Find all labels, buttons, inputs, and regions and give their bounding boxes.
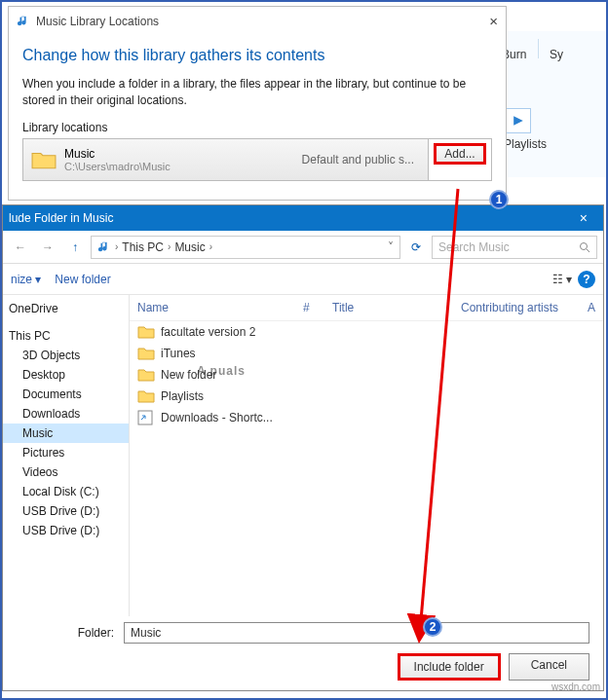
chevron-right-icon[interactable]: › (168, 241, 171, 252)
include-folder-dialog: lude Folder in Music × ← → ↑ › This PC ›… (2, 204, 604, 691)
dialog2-title: lude Folder in Music (9, 211, 113, 225)
dialog-description: When you include a folder in a library, … (22, 76, 492, 109)
tree-desktop[interactable]: Desktop (3, 365, 129, 385)
forward-button: → (36, 236, 59, 259)
chevron-right-icon[interactable]: › (115, 241, 118, 252)
annotation-badge-2: 2 (423, 617, 442, 637)
tree-3d-objects[interactable]: 3D Objects (3, 346, 129, 365)
dialog-heading: Change how this library gathers its cont… (22, 47, 492, 64)
music-note-icon (97, 240, 111, 254)
tree-videos[interactable]: Videos (3, 462, 129, 482)
view-options-button[interactable]: ☷ ▾ (552, 273, 572, 286)
location-path: C:\Users\madro\Music (64, 161, 171, 172)
ribbon: Burn Sy (490, 31, 606, 69)
location-name: Music (64, 147, 171, 161)
tree-this-pc[interactable]: This PC (3, 326, 129, 346)
list-item[interactable]: New folder (130, 364, 603, 386)
help-icon[interactable]: ? (578, 271, 595, 288)
search-input[interactable]: Search Music (432, 236, 597, 259)
organize-menu[interactable]: nize ▾ (11, 273, 41, 286)
list-item[interactable]: Playlists (130, 386, 603, 407)
tree-usb-d[interactable]: USB Drive (D:) (3, 501, 129, 521)
location-item[interactable]: Music C:\Users\madro\Music Default and p… (23, 139, 428, 180)
tree-music[interactable]: Music (3, 424, 129, 443)
dialog-title: Music Library Locations (36, 15, 159, 28)
column-headers: Name # Title Contributing artists A (130, 295, 603, 321)
crumb-this-pc[interactable]: This PC (122, 240, 164, 254)
crumb-music[interactable]: Music (174, 240, 205, 254)
search-placeholder: Search Music (438, 240, 510, 254)
dialog2-titlebar: lude Folder in Music × (3, 205, 603, 231)
svg-point-1 (581, 242, 588, 249)
folder-icon (137, 346, 155, 361)
file-list[interactable]: Name # Title Contributing artists A facu… (130, 295, 603, 616)
dialog-titlebar: Music Library Locations × (9, 7, 506, 33)
tree-local-disk[interactable]: Local Disk (C:) (3, 482, 129, 501)
music-note-icon (17, 15, 30, 28)
sync-tab[interactable]: Sy (550, 48, 563, 61)
folder-icon (137, 388, 155, 404)
col-name[interactable]: Name (137, 301, 303, 314)
file-name: iTunes (161, 347, 196, 360)
list-item[interactable]: facultate version 2 (130, 321, 603, 343)
playlists-icon[interactable] (506, 108, 531, 133)
tree-usb-d2[interactable]: USB Drive (D:) (3, 521, 129, 540)
col-album[interactable]: A (588, 301, 595, 314)
toolbar: nize ▾ New folder ☷ ▾ ? (3, 264, 603, 295)
nav-bar: ← → ↑ › This PC › Music › ˅ ⟳ Search Mus… (3, 231, 603, 264)
chevron-down-icon[interactable]: ˅ (388, 240, 394, 254)
tree-onedrive[interactable]: OneDrive (3, 299, 129, 318)
folder-icon (137, 324, 155, 340)
folder-icon (31, 149, 57, 170)
breadcrumb[interactable]: › This PC › Music › ˅ (91, 236, 400, 259)
nav-tree[interactable]: OneDrive This PC 3D Objects Desktop Docu… (3, 295, 130, 616)
file-name: facultate version 2 (161, 325, 255, 339)
tree-pictures[interactable]: Pictures (3, 443, 129, 462)
locations-label: Library locations (22, 121, 492, 134)
playlists-label: Playlists (490, 137, 606, 151)
file-name: New folder (161, 368, 216, 382)
dialog-footer: Folder: Include folder Cancel (3, 612, 603, 690)
back-button[interactable]: ← (9, 236, 32, 259)
search-icon (579, 241, 590, 253)
refresh-button[interactable]: ⟳ (404, 236, 428, 259)
close-icon[interactable]: × (570, 210, 597, 226)
wmp-background: Burn Sy Playlists (489, 31, 606, 177)
col-num[interactable]: # (303, 301, 332, 314)
cancel-button[interactable]: Cancel (509, 653, 589, 681)
tree-downloads[interactable]: Downloads (3, 404, 129, 424)
library-locations-dialog: Music Library Locations × Change how thi… (8, 6, 507, 201)
annotation-badge-1: 1 (489, 190, 509, 209)
include-folder-button[interactable]: Include folder (398, 653, 501, 681)
col-title[interactable]: Title (332, 301, 461, 314)
chevron-right-icon[interactable]: › (209, 241, 212, 252)
add-button[interactable]: Add... (434, 143, 485, 165)
location-status: Default and public s... (302, 153, 414, 166)
svg-marker-0 (513, 116, 523, 126)
col-artists[interactable]: Contributing artists (461, 301, 588, 314)
close-icon[interactable]: × (489, 13, 498, 29)
file-name: Playlists (161, 389, 204, 403)
locations-listbox: Music C:\Users\madro\Music Default and p… (22, 138, 492, 181)
list-item[interactable]: iTunes (130, 343, 603, 364)
folder-icon (137, 367, 155, 383)
new-folder-button[interactable]: New folder (55, 273, 110, 286)
folder-label: Folder: (17, 626, 114, 640)
tree-documents[interactable]: Documents (3, 385, 129, 404)
up-button[interactable]: ↑ (63, 236, 87, 259)
folder-input[interactable] (124, 622, 589, 644)
shortcut-icon (137, 410, 155, 425)
source-watermark: wsxdn.com (551, 682, 600, 692)
file-name: Downloads - Shortc... (161, 411, 273, 424)
list-item[interactable]: Downloads - Shortc... (130, 407, 603, 428)
svg-line-2 (587, 249, 589, 252)
